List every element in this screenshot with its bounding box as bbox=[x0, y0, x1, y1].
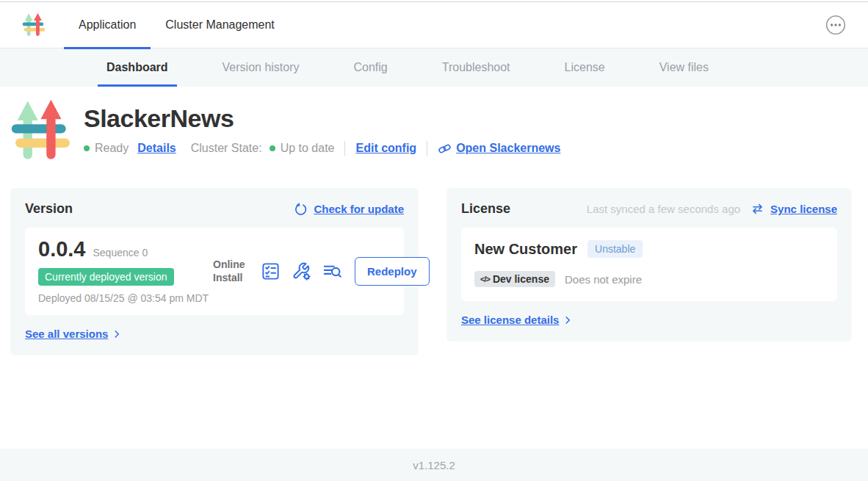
cluster-state-label: Cluster State: bbox=[191, 142, 262, 155]
see-all-versions-link[interactable]: See all versions bbox=[25, 328, 108, 340]
license-expiry: Does not expire bbox=[565, 273, 642, 286]
slackernews-logo-icon[interactable] bbox=[22, 11, 47, 39]
license-card-title: License bbox=[461, 201, 510, 217]
cluster-state-dot bbox=[270, 145, 275, 151]
overflow-menu-icon[interactable] bbox=[825, 15, 846, 35]
subnav-tab-version-history[interactable]: Version history bbox=[214, 48, 308, 87]
version-action-icons bbox=[261, 261, 342, 281]
tab-application[interactable]: Application bbox=[64, 2, 151, 48]
check-for-update-link[interactable]: Check for update bbox=[314, 203, 404, 215]
cluster-state-value: Up to date bbox=[281, 142, 335, 155]
version-sequence: Sequence 0 bbox=[93, 247, 148, 258]
open-app-link[interactable]: Open Slackernews bbox=[456, 142, 560, 155]
subnav-dashboard-label: Dashboard bbox=[106, 61, 168, 74]
top-navbar: Application Cluster Management bbox=[0, 2, 868, 48]
subnav-tab-license[interactable]: License bbox=[556, 48, 614, 87]
footer: v1.125.2 bbox=[0, 449, 868, 481]
deployed-status-badge: Currently deployed version bbox=[38, 268, 174, 286]
chain-link-icon bbox=[438, 142, 452, 156]
subnav-tab-troubleshoot[interactable]: Troubleshoot bbox=[433, 48, 519, 87]
subnav-view-files-label: View files bbox=[659, 61, 709, 74]
subnav-tab-view-files[interactable]: View files bbox=[651, 48, 717, 87]
dashboard-main: SlackerNews Ready Details Cluster State:… bbox=[0, 87, 868, 449]
see-license-details[interactable]: See license details bbox=[461, 314, 573, 326]
subnav-tab-config[interactable]: Config bbox=[345, 48, 397, 87]
install-type-label: Online Install bbox=[213, 258, 248, 284]
edit-config-link[interactable]: Edit config bbox=[355, 142, 416, 155]
subnav-troubleshoot-label: Troubleshoot bbox=[442, 61, 510, 74]
slackernews-app-logo bbox=[10, 98, 75, 163]
subnav-version-history-label: Version history bbox=[223, 61, 300, 74]
subnav-license-label: License bbox=[565, 61, 605, 74]
license-type-label: Dev license bbox=[493, 273, 549, 285]
redeploy-button[interactable]: Redeploy bbox=[355, 257, 430, 286]
primary-tabs: Application Cluster Management bbox=[64, 2, 289, 48]
sync-license-link[interactable]: Sync license bbox=[770, 203, 837, 215]
app-status-label: Ready bbox=[95, 142, 129, 155]
app-status-row: Ready Details Cluster State: Up to date … bbox=[84, 141, 560, 156]
preflight-checklist-icon[interactable] bbox=[261, 261, 281, 281]
license-type-badge: </> Dev license bbox=[474, 271, 555, 287]
divider bbox=[427, 141, 427, 156]
refresh-icon bbox=[294, 202, 308, 216]
customer-name: New Customer bbox=[474, 241, 577, 258]
app-header: SlackerNews Ready Details Cluster State:… bbox=[10, 98, 859, 163]
divider bbox=[344, 141, 345, 156]
wrench-gear-icon[interactable] bbox=[292, 261, 311, 281]
status-details-link[interactable]: Details bbox=[137, 142, 176, 155]
chevron-right-icon bbox=[112, 329, 122, 339]
swap-arrows-icon bbox=[751, 202, 764, 216]
channel-badge: Unstable bbox=[587, 240, 643, 258]
license-card: License Last synced a few seconds ago Sy… bbox=[446, 188, 852, 341]
tab-cluster-management[interactable]: Cluster Management bbox=[151, 2, 289, 48]
see-license-details-link[interactable]: See license details bbox=[461, 314, 559, 326]
version-number: 0.0.4 bbox=[38, 238, 86, 261]
code-brackets-icon: </> bbox=[480, 275, 490, 283]
tab-application-label: Application bbox=[79, 18, 136, 32]
see-all-versions[interactable]: See all versions bbox=[25, 328, 122, 340]
version-card: Version Check for update 0.0.4 Sequ bbox=[10, 188, 419, 355]
subnav-config-label: Config bbox=[354, 61, 388, 74]
page-title: SlackerNews bbox=[84, 104, 560, 133]
app-ready-status-dot bbox=[84, 145, 90, 151]
current-version-panel: 0.0.4 Sequence 0 Currently deployed vers… bbox=[25, 228, 404, 315]
tab-cluster-management-label: Cluster Management bbox=[165, 18, 275, 32]
version-card-title: Version bbox=[25, 201, 73, 217]
view-logs-icon[interactable] bbox=[322, 261, 342, 281]
dashboard-cards: Version Check for update 0.0.4 Sequ bbox=[10, 188, 859, 355]
deployed-timestamp: Deployed 08/15/25 @ 03:54 pm MDT bbox=[38, 292, 213, 305]
app-subnav: Dashboard Version history Config Trouble… bbox=[0, 48, 868, 87]
chevron-right-icon bbox=[563, 315, 573, 325]
license-last-synced: Last synced a few seconds ago bbox=[587, 203, 740, 215]
console-version: v1.125.2 bbox=[413, 459, 455, 471]
subnav-tab-dashboard[interactable]: Dashboard bbox=[98, 48, 177, 87]
license-details-panel: New Customer Unstable </> Dev license Do… bbox=[461, 228, 837, 301]
